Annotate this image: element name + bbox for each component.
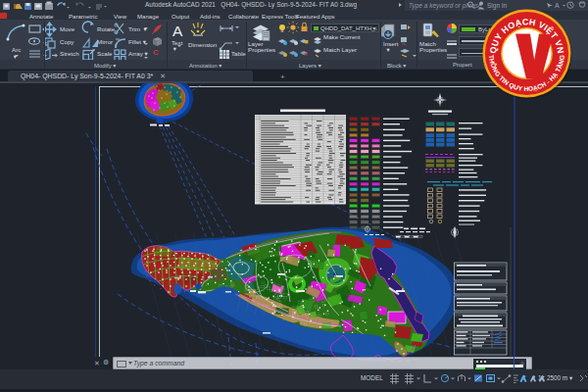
- svg-text:C: C: [153, 48, 159, 57]
- svg-text:A: A: [172, 23, 183, 39]
